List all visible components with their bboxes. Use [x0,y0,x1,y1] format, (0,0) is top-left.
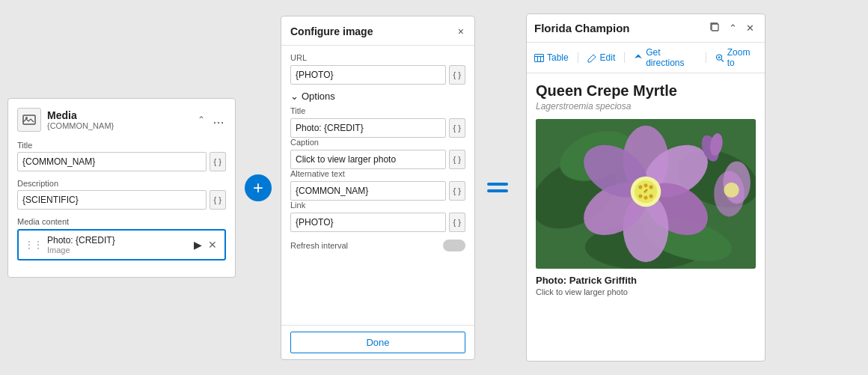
preview-window-title: Florida Champion [534,22,630,34]
refresh-toggle[interactable] [443,240,465,251]
svg-point-37 [723,161,750,204]
plus-symbol: + [253,179,263,197]
media-item-name: Photo: {CREDIT} [47,235,189,246]
link-input[interactable] [290,213,446,232]
svg-line-9 [721,59,724,61]
refresh-interval-row: Refresh interval [290,240,465,251]
window-copy-button[interactable] [706,20,723,36]
chevron-down-icon: ⌄ [290,91,299,102]
window-minimize-button[interactable]: ⌃ [726,20,740,36]
media-content-section: Media content ⋮⋮ Photo: {CREDIT} Image ▶… [17,217,226,260]
remove-item-button[interactable]: ✕ [207,237,218,252]
preview-body: Queen Crepe Myrtle Lagerstroemia specios… [527,73,765,361]
alt-label: Alternative text [290,169,465,178]
svg-point-28 [644,183,647,187]
toolbar-zoom[interactable]: Zoom to [715,47,757,68]
link-label: Link [290,201,465,210]
window-close-button[interactable]: ✕ [743,20,757,36]
equals-bar-top [487,183,508,186]
url-field-row: { } [290,65,465,85]
caption-label: Caption [290,138,465,147]
toolbar-directions[interactable]: Get directions [634,47,697,68]
svg-point-26 [638,185,642,189]
photo-caption: Click to view larger photo [536,287,756,296]
media-item-type: Image [47,246,189,254]
caption-field-row: { } [290,150,465,169]
more-options-button[interactable]: … [211,112,226,128]
svg-rect-3 [535,54,544,61]
svg-rect-2 [712,24,718,31]
options-label: Options [302,91,335,102]
link-curly-button[interactable]: { } [449,213,465,232]
svg-point-1 [25,117,28,119]
photo-credit: Photo: Patrick Griffith [536,275,756,286]
plus-operator: + [236,174,281,201]
media-item-info: Photo: {CREDIT} Image [47,235,189,254]
configure-body: URL { } ⌄ Options Title { } Caption { } … [281,46,474,325]
toolbar-zoom-label: Zoom to [727,47,757,68]
caption-input[interactable] [290,150,446,169]
alt-curly-button[interactable]: { } [449,181,465,201]
media-content-box: ⋮⋮ Photo: {CREDIT} Image ▶ ✕ [17,229,226,260]
plus-icon: + [245,174,272,201]
description-curly-button[interactable]: { } [210,190,226,210]
equals-operator [475,183,520,192]
config-title-curly-button[interactable]: { } [449,118,465,138]
media-panel: Media {COMMON_NAM} ⌃ … Title { } Descrip… [7,98,236,278]
media-item-row: ⋮⋮ Photo: {CREDIT} Image ▶ ✕ [25,235,218,254]
caption-curly-button[interactable]: { } [449,150,465,169]
toolbar-directions-label: Get directions [646,47,697,68]
description-field-row: { } [17,190,226,210]
alt-input[interactable] [290,181,446,201]
preview-titlebar-actions: ⌃ ✕ [706,20,757,36]
title-label: Title [17,141,226,150]
svg-point-31 [644,196,647,200]
title-field-row: { } [17,152,226,171]
drag-handle-icon[interactable]: ⋮⋮ [25,240,43,250]
collapse-button[interactable]: ⌃ [196,113,207,126]
toolbar-separator-1 [578,52,578,63]
toolbar-table[interactable]: Table [534,52,569,63]
svg-point-38 [724,183,739,198]
media-panel-title: Media [47,109,114,121]
configure-footer: Done [281,325,474,359]
config-title-field-row: { } [290,118,465,138]
media-header-left: Media {COMMON_NAM} [17,108,114,132]
preview-titlebar: Florida Champion ⌃ ✕ [527,14,765,43]
configure-panel: Configure image × URL { } ⌄ Options Titl… [281,16,475,360]
plant-photo[interactable] [536,119,756,269]
options-toggle[interactable]: ⌄ Options [290,91,465,102]
plant-scientific: Lagerstroemia speciosa [536,101,756,112]
title-curly-button[interactable]: { } [210,152,226,171]
title-input[interactable] [17,152,207,171]
media-content-label: Media content [17,217,226,226]
toolbar-edit[interactable]: Edit [587,52,616,63]
toolbar-separator-2 [624,52,625,63]
svg-point-30 [650,195,653,198]
svg-point-29 [638,195,642,198]
media-title-block: Media {COMMON_NAM} [47,109,114,130]
equals-bar-bottom [487,189,508,192]
preview-panel: Florida Champion ⌃ ✕ [526,13,765,362]
configure-close-button[interactable]: × [456,24,465,39]
description-label: Description [17,179,226,188]
configure-header: Configure image × [281,16,474,46]
media-header-right: ⌃ … [196,112,226,128]
link-field-row: { } [290,213,465,232]
svg-point-27 [650,185,653,189]
equals-icon [487,183,508,192]
svg-point-33 [645,189,647,191]
description-input[interactable] [17,190,207,210]
done-button[interactable]: Done [290,332,465,353]
configure-title: Configure image [290,25,373,37]
url-input[interactable] [290,65,446,85]
url-label: URL [290,53,465,62]
url-curly-button[interactable]: { } [449,65,465,85]
preview-toolbar: Table Edit Get directions [527,43,765,73]
config-title-label: Title [290,106,465,115]
toolbar-table-label: Table [547,52,569,63]
alt-field-row: { } [290,181,465,201]
config-title-input[interactable] [290,118,446,138]
toolbar-separator-3 [706,52,706,63]
svg-marker-7 [635,54,642,58]
